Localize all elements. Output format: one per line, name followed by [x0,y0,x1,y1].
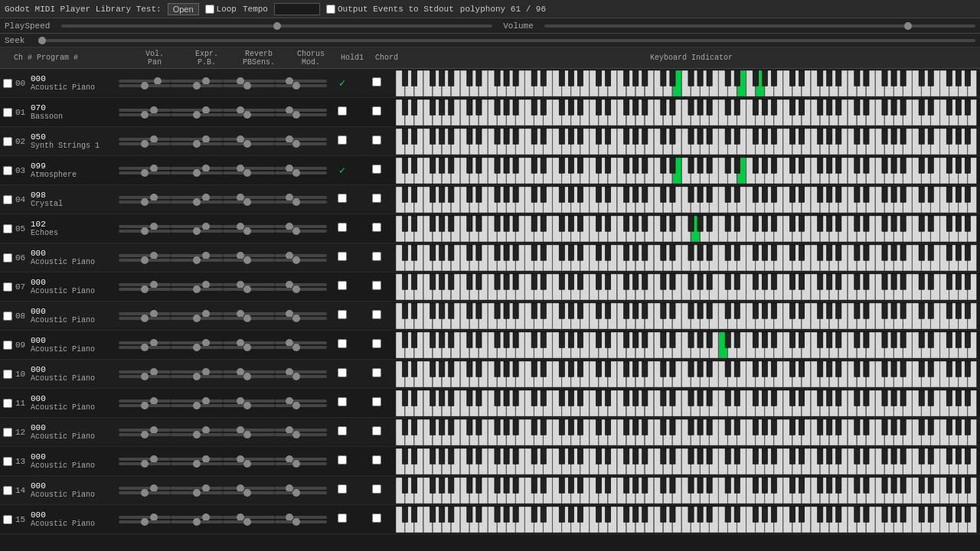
playspeed-slider[interactable] [61,24,492,28]
open-button[interactable]: Open [168,3,199,15]
pb-slider-ch04[interactable] [171,201,223,204]
pb-slider-ch13[interactable] [171,462,223,465]
mod-slider-ch09[interactable] [275,346,327,349]
channel-enable-08[interactable] [3,311,12,321]
mod-slider-ch10[interactable] [275,375,327,378]
pbsens-slider-ch05[interactable] [223,230,275,233]
tempo-input[interactable]: 102.39 [274,3,320,15]
pbsens-slider-ch13[interactable] [223,462,275,465]
output-events-checkbox[interactable] [326,5,335,14]
pan-slider-ch15[interactable] [119,520,171,523]
pan-slider-ch05[interactable] [119,230,171,233]
mod-slider-ch04[interactable] [275,201,327,204]
channel-enable-10[interactable] [3,370,12,379]
pb-slider-ch15[interactable] [171,520,223,523]
chord-checkbox[interactable] [372,135,381,145]
pbsens-slider-ch03[interactable] [223,171,275,174]
hold-checkbox[interactable] [338,310,347,319]
hold-checkbox[interactable] [338,368,347,377]
pb-slider-ch03[interactable] [171,171,223,174]
hold-checkbox[interactable] [338,252,347,261]
channel-enable-09[interactable] [3,341,12,350]
pan-slider-ch09[interactable] [119,346,171,349]
chord-checkbox[interactable] [372,252,381,261]
pan-slider-ch14[interactable] [119,491,171,494]
chord-checkbox[interactable] [372,426,381,435]
pb-slider-ch10[interactable] [171,375,223,378]
chord-checkbox[interactable] [372,339,381,348]
chord-checkbox[interactable] [372,165,381,174]
pbsens-slider-ch04[interactable] [223,201,275,204]
pbsens-slider-ch07[interactable] [223,288,275,291]
mod-slider-ch05[interactable] [275,230,327,233]
mod-slider-ch12[interactable] [275,433,327,436]
pbsens-slider-ch06[interactable] [223,259,275,262]
pan-slider-ch11[interactable] [119,404,171,407]
channel-enable-04[interactable] [3,195,12,204]
hold-checkbox[interactable] [338,455,347,465]
pbsens-slider-ch09[interactable] [223,346,275,349]
hold-checkbox[interactable] [338,339,347,348]
hold-checkbox[interactable] [338,106,347,116]
pan-slider-ch04[interactable] [119,201,171,204]
pan-slider-ch06[interactable] [119,259,171,262]
pan-slider-ch12[interactable] [119,433,171,436]
chord-checkbox[interactable] [372,484,381,494]
channel-enable-14[interactable] [3,486,12,495]
channel-enable-02[interactable] [3,137,12,146]
pbsens-slider-ch11[interactable] [223,404,275,407]
pb-slider-ch11[interactable] [171,404,223,407]
pb-slider-ch08[interactable] [171,317,223,320]
mod-slider-ch02[interactable] [275,142,327,145]
mod-slider-ch15[interactable] [275,520,327,523]
pbsens-slider-ch08[interactable] [223,317,275,320]
seek-slider[interactable] [38,39,975,42]
mod-slider-ch08[interactable] [275,317,327,320]
mod-slider-ch03[interactable] [275,171,327,174]
pan-slider-ch01[interactable] [119,113,171,116]
chord-checkbox[interactable] [372,223,381,232]
mod-slider-ch01[interactable] [275,113,327,116]
channel-enable-00[interactable] [3,79,12,88]
hold-checkbox[interactable] [338,194,347,203]
pbsens-slider-ch15[interactable] [223,520,275,523]
chord-checkbox[interactable] [372,194,381,203]
hold-checkbox[interactable] [338,514,347,523]
volume-slider[interactable] [544,24,975,28]
chord-checkbox[interactable] [372,397,381,406]
chord-checkbox[interactable] [372,106,381,116]
pan-slider-ch07[interactable] [119,288,171,291]
mod-slider-ch11[interactable] [275,404,327,407]
pan-slider-ch13[interactable] [119,462,171,465]
channel-enable-15[interactable] [3,515,12,524]
pbsens-slider-ch14[interactable] [223,491,275,494]
pb-slider-ch05[interactable] [171,230,223,233]
pbsens-slider-ch10[interactable] [223,375,275,378]
pb-slider-ch07[interactable] [171,288,223,291]
channel-enable-13[interactable] [3,457,12,466]
pb-slider-ch02[interactable] [171,142,223,145]
hold-checkbox[interactable] [338,281,347,290]
pan-slider-ch02[interactable] [119,142,171,145]
pbsens-slider-ch01[interactable] [223,113,275,116]
pb-slider-ch00[interactable] [171,84,223,87]
channel-enable-05[interactable] [3,224,12,233]
channel-enable-12[interactable] [3,428,12,437]
pb-slider-ch14[interactable] [171,491,223,494]
mod-slider-ch06[interactable] [275,259,327,262]
pan-slider-ch03[interactable] [119,171,171,174]
hold-checkbox[interactable] [338,223,347,232]
mod-slider-ch13[interactable] [275,462,327,465]
channel-enable-01[interactable] [3,108,12,117]
mod-slider-ch07[interactable] [275,288,327,291]
loop-checkbox[interactable] [205,5,214,14]
hold-checkbox[interactable] [338,426,347,435]
pb-slider-ch12[interactable] [171,433,223,436]
pb-slider-ch09[interactable] [171,346,223,349]
channel-enable-03[interactable] [3,166,12,175]
chord-checkbox[interactable] [372,310,381,319]
mod-slider-ch14[interactable] [275,491,327,494]
channel-enable-11[interactable] [3,399,12,408]
chord-checkbox[interactable] [372,514,381,523]
pb-slider-ch06[interactable] [171,259,223,262]
